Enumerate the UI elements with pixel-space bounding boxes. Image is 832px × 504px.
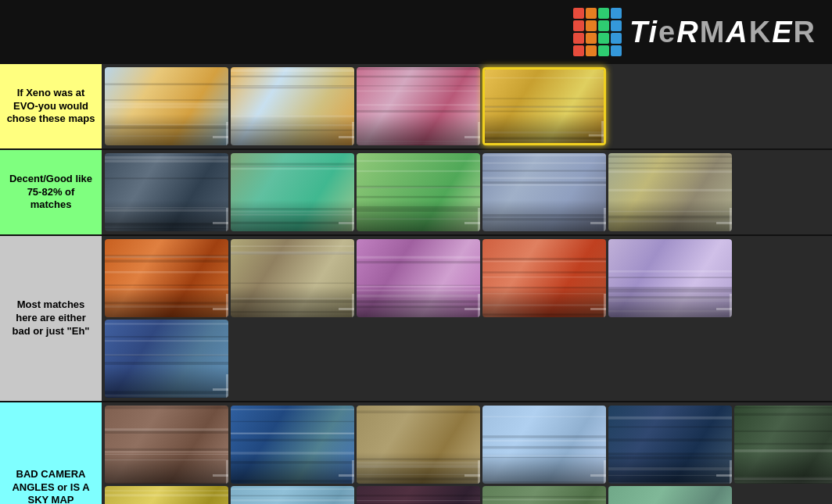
map-c-4[interactable] xyxy=(482,406,606,484)
tier-c-label: BAD CAMERA ANGLES or IS A SKY MAP xyxy=(0,402,102,504)
logo-cell-12 xyxy=(573,45,584,56)
logo-cell-0 xyxy=(573,8,584,19)
map-c-10[interactable] xyxy=(482,486,606,504)
map-c-8[interactable] xyxy=(231,486,354,504)
map-c-2[interactable] xyxy=(231,406,354,484)
map-a-2[interactable] xyxy=(231,153,354,231)
map-a-1[interactable] xyxy=(105,153,228,231)
logo-cell-8 xyxy=(573,33,584,44)
logo-cell-15 xyxy=(611,45,622,56)
tier-a-row: Decent/Good like 75-82% of matches xyxy=(0,150,832,236)
tiermaker-logo: TieRMAKER xyxy=(573,8,816,56)
map-c-5[interactable] xyxy=(608,406,732,484)
map-c-11[interactable] xyxy=(608,486,732,504)
tier-c-images xyxy=(102,402,832,504)
logo-cell-13 xyxy=(586,45,597,56)
logo-cell-9 xyxy=(586,33,597,44)
tier-s-label: If Xeno was at EVO-you would chose these… xyxy=(0,64,102,148)
logo-cell-2 xyxy=(598,8,609,19)
map-s-3[interactable] xyxy=(357,67,480,145)
logo-cell-4 xyxy=(573,20,584,31)
tier-list: TieRMAKER If Xeno was at EVO-you would c… xyxy=(0,0,832,504)
map-s-1[interactable] xyxy=(105,67,228,145)
map-a-3[interactable] xyxy=(357,153,480,231)
tier-c-row2 xyxy=(105,486,832,504)
map-b-6[interactable] xyxy=(105,320,228,398)
tier-s-images xyxy=(102,64,832,148)
logo-cell-14 xyxy=(598,45,609,56)
map-b-2[interactable] xyxy=(231,239,354,317)
header: TieRMAKER xyxy=(0,0,832,64)
tier-b-label: Most matches here are either bad or just… xyxy=(0,236,102,401)
logo-cell-3 xyxy=(611,8,622,19)
map-b-1[interactable] xyxy=(105,239,228,317)
tier-b-row: Most matches here are either bad or just… xyxy=(0,236,832,402)
map-b-3[interactable] xyxy=(357,239,480,317)
logo-cell-10 xyxy=(598,33,609,44)
map-b-4[interactable] xyxy=(482,239,606,317)
logo-cell-6 xyxy=(598,20,609,31)
map-c-6[interactable] xyxy=(734,406,832,484)
map-s-4[interactable] xyxy=(482,67,606,145)
map-a-4[interactable] xyxy=(482,153,606,231)
logo-cell-1 xyxy=(586,8,597,19)
logo-cell-5 xyxy=(586,20,597,31)
map-a-5[interactable] xyxy=(608,153,732,231)
logo-text: TieRMAKER xyxy=(629,16,816,49)
logo-grid xyxy=(573,8,622,56)
tier-b-images xyxy=(102,236,832,401)
tier-c-row1 xyxy=(105,406,832,484)
logo-cell-7 xyxy=(611,20,622,31)
map-b-5[interactable] xyxy=(608,239,732,317)
map-c-9[interactable] xyxy=(357,486,480,504)
map-c-7[interactable] xyxy=(105,486,228,504)
tier-s-row: If Xeno was at EVO-you would chose these… xyxy=(0,64,832,150)
map-s-2[interactable] xyxy=(231,67,354,145)
map-c-1[interactable] xyxy=(105,406,228,484)
tier-a-images xyxy=(102,150,832,234)
tier-a-label: Decent/Good like 75-82% of matches xyxy=(0,150,102,234)
logo-cell-11 xyxy=(611,33,622,44)
map-c-3[interactable] xyxy=(357,406,480,484)
tier-c-row: BAD CAMERA ANGLES or IS A SKY MAP xyxy=(0,402,832,504)
